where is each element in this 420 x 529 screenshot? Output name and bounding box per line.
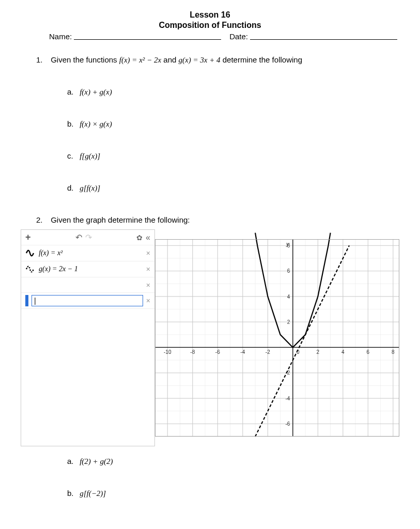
graph-chart: -10-8-6-4-22468-6-4-224680y: [155, 229, 399, 446]
q1a-label: a.: [67, 87, 77, 96]
svg-text:4: 4: [287, 294, 290, 300]
date-label: Date:: [229, 32, 248, 41]
settings-icon[interactable]: ✿: [136, 234, 143, 242]
svg-text:-10: -10: [164, 349, 172, 355]
q1c: c. f[g(x)]: [67, 151, 399, 161]
q1-f-def: f(x) = x² − 2x: [119, 56, 161, 64]
delete-row-icon[interactable]: ×: [146, 281, 150, 289]
eq-row-g-text: g(x) = 2x − 1: [39, 265, 78, 273]
svg-text:2: 2: [287, 319, 290, 325]
q2a-label: a.: [67, 457, 77, 465]
svg-text:6: 6: [367, 349, 370, 355]
q1-g-def: g(x) = 3x + 4: [179, 56, 221, 64]
eq-row-g[interactable]: g(x) = 2x − 1 ×: [21, 261, 154, 277]
q1d-label: d.: [67, 183, 77, 192]
q2b: b. g[f(−2)]: [67, 489, 399, 498]
q1b-label: b.: [67, 119, 77, 128]
svg-text:2: 2: [317, 349, 320, 355]
svg-text:-4: -4: [285, 396, 290, 401]
question-1: 1. Given the functions f(x) = x² − 2x an…: [36, 55, 399, 193]
svg-text:-2: -2: [266, 349, 270, 355]
q1b: b. f(x) × g(x): [67, 119, 399, 129]
svg-text:-8: -8: [190, 349, 195, 355]
q1b-expr: f(x) × g(x): [80, 120, 112, 128]
lesson-number: Lesson 16: [21, 10, 399, 20]
q1-and: and: [163, 55, 178, 64]
lesson-topic: Composition of Functions: [21, 21, 399, 30]
q1a: a. f(x) + g(x): [67, 87, 399, 97]
graph-area: + ↶ ↷ ✿ « f(x) = x² × g(x) = 2x − 1 × ×: [21, 229, 399, 446]
eq-row-empty[interactable]: ×: [21, 277, 154, 293]
q2b-label: b.: [67, 489, 77, 497]
eq-row-f-text: f(x) = x²: [39, 249, 63, 257]
name-date-row: Name: Date:: [21, 32, 399, 41]
svg-text:4: 4: [341, 349, 345, 355]
q2a-expr: f(2) + g(2): [80, 457, 113, 465]
svg-text:6: 6: [287, 268, 290, 274]
q2-text: Given the graph determine the following:: [51, 215, 190, 224]
q1-tail: determine the following: [223, 55, 302, 64]
active-row-marker: [25, 295, 28, 306]
undo-icon[interactable]: ↶: [75, 232, 82, 242]
q2b-expr: g[f(−2)]: [80, 489, 106, 497]
add-expression-button[interactable]: +: [25, 232, 31, 243]
q1d: d. g[f(x)]: [67, 183, 399, 193]
svg-text:-6: -6: [215, 349, 220, 355]
q1d-expr: g[f(x)]: [80, 184, 100, 192]
q1-lead: Given the functions: [51, 55, 119, 64]
redo-icon[interactable]: ↷: [85, 232, 92, 242]
collapse-icon[interactable]: «: [146, 233, 150, 242]
eq-row-f[interactable]: f(x) = x² ×: [21, 245, 154, 261]
name-blank[interactable]: [74, 32, 221, 40]
q1c-expr: f[g(x)]: [80, 152, 100, 160]
name-label: Name:: [49, 32, 72, 41]
wave-dashed-icon: [25, 264, 35, 274]
date-blank[interactable]: [250, 32, 397, 40]
question-2: 2. Given the graph determine the followi…: [36, 215, 399, 224]
equation-panel: + ↶ ↷ ✿ « f(x) = x² × g(x) = 2x − 1 × ×: [21, 229, 155, 446]
delete-row-icon[interactable]: ×: [146, 265, 150, 273]
delete-row-icon[interactable]: ×: [146, 297, 150, 305]
q1-number: 1.: [36, 55, 49, 64]
eq-input-row: ×: [21, 293, 154, 309]
q1a-expr: f(x) + g(x): [80, 88, 112, 96]
svg-text:8: 8: [392, 349, 395, 355]
equation-input[interactable]: [32, 295, 143, 306]
svg-text:-6: -6: [285, 421, 290, 427]
delete-row-icon[interactable]: ×: [146, 249, 150, 257]
svg-rect-74: [155, 239, 399, 436]
svg-text:-4: -4: [240, 349, 245, 355]
svg-text:y: y: [286, 241, 289, 247]
q2-number: 2.: [36, 215, 49, 224]
wave-icon: [25, 248, 35, 258]
q1c-label: c.: [67, 151, 77, 160]
q2a: a. f(2) + g(2): [67, 457, 399, 466]
eq-toolbar: + ↶ ↷ ✿ «: [21, 230, 154, 245]
